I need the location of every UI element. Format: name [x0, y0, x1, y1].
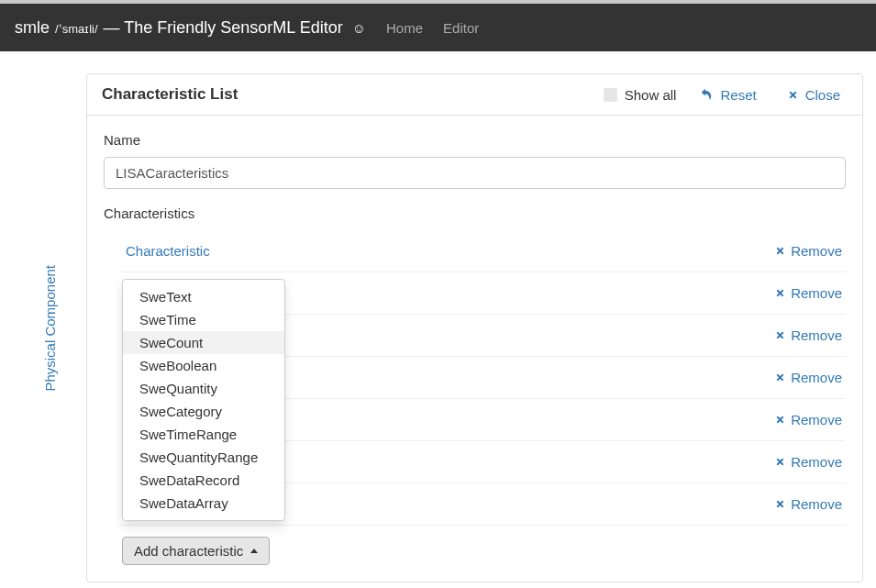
remove-label: Remove [791, 370, 842, 385]
main-shell: Physical Component Characteristic List S… [0, 51, 876, 582]
remove-label: Remove [791, 412, 842, 427]
dropdown-option[interactable]: SweDataRecord [123, 469, 284, 492]
remove-icon [775, 499, 785, 509]
dropdown-option[interactable]: SweQuantity [123, 377, 284, 400]
characteristic-row: CharacteristicRemove [122, 230, 846, 272]
panel-title: Characteristic List [102, 85, 587, 104]
add-characteristic-label: Add characteristic [134, 543, 243, 559]
dropdown-option[interactable]: SweDataArray [123, 492, 284, 515]
remove-button[interactable]: Remove [775, 370, 842, 385]
characteristic-link[interactable]: Characteristic [126, 243, 210, 259]
remove-button[interactable]: Remove [775, 327, 842, 343]
show-all-label: Show all [625, 87, 677, 103]
remove-icon [775, 246, 785, 256]
dropdown-option[interactable]: SweText [123, 285, 284, 308]
dropdown-option[interactable]: SweCount [123, 331, 284, 354]
remove-button[interactable]: Remove [775, 243, 842, 259]
name-label: Name [104, 132, 846, 148]
smiley-icon: ☺ [352, 20, 366, 36]
add-button-row: Add characteristic [122, 537, 846, 565]
show-all-toggle[interactable]: Show all [604, 87, 677, 103]
add-characteristic-dropdown: SweTextSweTimeSweCountSweBooleanSweQuant… [122, 279, 285, 521]
close-button[interactable]: Close [781, 87, 848, 103]
brand-name: smle [15, 18, 50, 38]
close-icon [788, 90, 798, 100]
sidebar: Physical Component [13, 51, 86, 582]
top-nav: smle/ˈsmaɪli/ — The Friendly SensorML Ed… [0, 4, 876, 51]
dropdown-option[interactable]: SweCategory [123, 400, 284, 423]
dropdown-option[interactable]: SweBoolean [123, 354, 284, 377]
remove-label: Remove [791, 327, 842, 343]
panel-header: Characteristic List Show all Reset Close [87, 74, 862, 116]
brand-tagline: — The Friendly SensorML Editor [104, 18, 343, 38]
remove-icon [775, 372, 785, 383]
remove-button[interactable]: Remove [775, 496, 842, 512]
close-label: Close [805, 87, 840, 103]
characteristics-label: Characteristics [104, 205, 846, 221]
characteristics-list: CharacteristicRemoveCharacteristicRemove… [122, 230, 846, 565]
reset-button[interactable]: Reset [693, 87, 763, 103]
nav-link-editor[interactable]: Editor [443, 20, 479, 36]
name-input[interactable] [104, 157, 846, 189]
checkbox-icon [604, 88, 617, 102]
remove-icon [775, 288, 785, 298]
dropdown-option[interactable]: SweTimeRange [123, 423, 284, 446]
sidebar-tab-physical-component[interactable]: Physical Component [42, 258, 58, 399]
characteristic-list-panel: Characteristic List Show all Reset Close… [86, 73, 863, 582]
brand: smle/ˈsmaɪli/ — The Friendly SensorML Ed… [15, 18, 366, 38]
dropdown-option[interactable]: SweTime [123, 308, 284, 331]
add-characteristic-button[interactable]: Add characteristic [122, 537, 270, 565]
remove-icon [775, 457, 785, 467]
remove-button[interactable]: Remove [775, 454, 842, 470]
caret-up-icon [250, 549, 258, 553]
remove-icon [775, 330, 785, 340]
remove-label: Remove [791, 454, 842, 470]
remove-label: Remove [791, 496, 842, 512]
remove-button[interactable]: Remove [775, 285, 842, 301]
remove-button[interactable]: Remove [775, 412, 842, 427]
remove-label: Remove [791, 243, 842, 259]
remove-label: Remove [791, 285, 842, 301]
nav-link-home[interactable]: Home [386, 20, 423, 36]
panel-body: Name Characteristics CharacteristicRemov… [87, 116, 862, 582]
dropdown-option[interactable]: SweQuantityRange [123, 446, 284, 469]
undo-icon [700, 88, 713, 101]
remove-icon [775, 415, 785, 425]
reset-label: Reset [720, 87, 756, 103]
brand-ipa: /ˈsmaɪli/ [55, 22, 98, 36]
